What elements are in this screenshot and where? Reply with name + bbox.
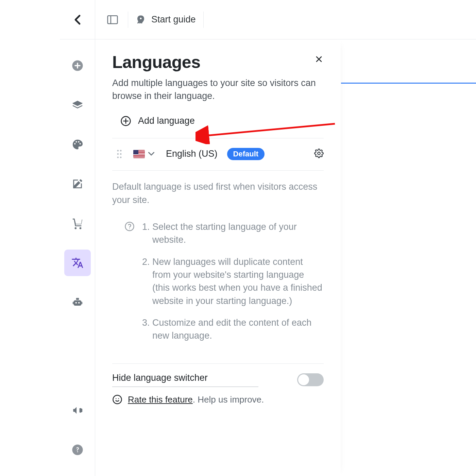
robot-icon — [72, 296, 83, 308]
languages-panel: Languages Add multiple languages to your… — [95, 39, 341, 476]
svg-point-18 — [125, 222, 134, 231]
announce-button[interactable] — [64, 397, 91, 424]
svg-rect-2 — [76, 298, 79, 300]
start-guide-label: Start guide — [151, 14, 196, 25]
svg-point-16 — [120, 156, 122, 158]
close-icon — [315, 55, 323, 63]
translate-icon — [71, 257, 84, 269]
cart-icon — [72, 218, 83, 229]
chevron-down-icon — [148, 152, 154, 156]
cart-button[interactable] — [64, 210, 91, 237]
language-row: English (US) Default — [112, 138, 324, 171]
back-row — [60, 0, 95, 39]
languages-button[interactable] — [64, 250, 91, 276]
add-language-label: Add language — [138, 116, 195, 126]
language-name: English (US) — [166, 149, 218, 159]
step-3: Customize and edit the content of each n… — [152, 316, 322, 342]
help-button[interactable] — [64, 437, 91, 463]
svg-point-22 — [118, 398, 119, 399]
back-button[interactable] — [70, 12, 85, 28]
svg-point-11 — [117, 150, 119, 151]
svg-rect-5 — [72, 302, 73, 304]
rate-link[interactable]: Rate this feature — [128, 394, 193, 405]
edit-button[interactable] — [64, 171, 91, 197]
svg-point-4 — [78, 302, 80, 304]
panel-toggle-button[interactable] — [105, 12, 120, 28]
topbar: Start guide — [95, 0, 476, 39]
default-badge: Default — [227, 148, 265, 160]
svg-point-15 — [117, 156, 119, 158]
svg-point-14 — [120, 153, 122, 155]
flag-us-icon — [133, 150, 145, 158]
svg-rect-8 — [108, 16, 118, 23]
megaphone-icon — [72, 405, 83, 416]
steps-section: Select the starting language of your web… — [124, 220, 324, 351]
drag-handle[interactable] — [116, 149, 126, 159]
palette-button[interactable] — [64, 131, 91, 158]
separator — [203, 12, 204, 28]
smile-icon — [112, 394, 122, 405]
svg-point-3 — [75, 302, 77, 304]
chevron-left-icon — [74, 14, 81, 25]
svg-point-17 — [318, 152, 320, 154]
svg-point-19 — [129, 228, 130, 229]
palette-icon — [72, 139, 83, 150]
bot-button[interactable] — [64, 289, 91, 316]
pencil-square-icon — [72, 178, 83, 190]
hide-switcher-toggle[interactable] — [297, 373, 324, 386]
step-2: New languages will duplicate content fro… — [152, 255, 322, 307]
add-language-button[interactable]: Add language — [112, 103, 324, 138]
add-button[interactable] — [64, 52, 91, 79]
rate-row: Rate this feature. Help us improve. — [112, 394, 324, 405]
accent-line — [341, 83, 476, 84]
flag-selector[interactable] — [133, 150, 154, 158]
gear-icon — [314, 149, 324, 158]
rocket-icon — [136, 15, 146, 25]
plus-circle-icon — [72, 60, 83, 71]
close-button[interactable] — [312, 52, 326, 66]
panel-subtitle: Add multiple languages to your site so v… — [112, 77, 323, 103]
plus-circle-outline-icon — [120, 116, 131, 126]
step-1: Select the starting language of your web… — [152, 220, 322, 247]
steps-list: Select the starting language of your web… — [143, 220, 322, 351]
svg-point-13 — [117, 153, 119, 155]
language-settings-button[interactable] — [314, 149, 324, 159]
hide-switcher-label: Hide language switcher — [112, 373, 258, 387]
svg-point-12 — [120, 150, 122, 151]
hide-switcher-row: Hide language switcher — [112, 364, 324, 387]
svg-point-21 — [116, 398, 117, 399]
sidebar — [60, 0, 95, 476]
panel-title: Languages — [112, 52, 324, 72]
start-guide-button[interactable]: Start guide — [136, 14, 196, 25]
nav-icons-bottom — [64, 397, 91, 476]
toggle-knob — [298, 374, 309, 385]
panel-icon — [107, 15, 118, 24]
svg-rect-6 — [81, 302, 82, 304]
separator — [128, 12, 128, 28]
default-hint: Default language is used first when visi… — [112, 180, 324, 207]
layers-button[interactable] — [64, 92, 91, 118]
layers-icon — [72, 99, 83, 111]
svg-rect-1 — [73, 300, 81, 306]
help-circle-icon — [124, 221, 135, 232]
rate-tail: . Help us improve. — [193, 394, 264, 405]
app-root: Start guide Languages Add multiple langu… — [0, 0, 476, 476]
svg-point-20 — [113, 395, 122, 404]
drag-dots-icon — [116, 149, 122, 159]
nav-icons-top — [64, 39, 91, 397]
left-gutter — [0, 0, 60, 476]
help-circle-filled-icon — [72, 444, 83, 456]
